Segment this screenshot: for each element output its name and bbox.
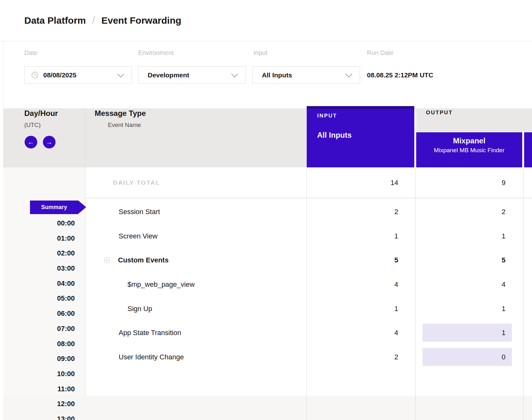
output-group-label: OUTPUT — [426, 110, 453, 116]
message-type-header: Message Type — [95, 109, 146, 118]
hour-slot[interactable]: 13:00 — [19, 415, 75, 420]
hour-slot[interactable]: 01:00 — [19, 234, 75, 243]
input-count: 1 — [306, 297, 398, 321]
page-title: Event Forwarding — [101, 15, 181, 26]
output-count-highlighted: 1 — [423, 324, 512, 342]
environment-value: Development — [148, 71, 189, 79]
run-date-value: 08.08.25 2:12PM UTC — [367, 66, 433, 84]
chevron-down-icon — [117, 71, 124, 77]
input-count: 4 — [306, 321, 398, 345]
input-count: 2 — [306, 345, 398, 369]
day-hour-header: Day/Hour — [24, 109, 58, 118]
hour-slot[interactable]: 03:00 — [19, 264, 75, 273]
hour-slot[interactable]: 02:00 — [19, 249, 75, 257]
input-count: 2 — [306, 200, 398, 224]
daily-total-output-value: 9 — [423, 174, 512, 192]
column-gap — [414, 106, 416, 167]
minus-icon: − — [106, 258, 108, 262]
event-name: Session Start — [119, 200, 160, 224]
table-row: App State Transition 4 1 — [85, 321, 532, 345]
input-column-selected-stripe — [307, 106, 414, 109]
clock-icon — [31, 71, 38, 79]
previous-day-button[interactable]: ← — [25, 136, 37, 148]
daily-total-row: DAILY TOTAL 14 9 — [85, 167, 532, 198]
output-count: 1 — [423, 227, 512, 245]
daily-total-input-value: 14 — [306, 167, 398, 198]
hour-slot[interactable]: 08:00 — [19, 340, 75, 348]
summary-badge-arrow — [78, 201, 86, 214]
table-row: Screen View 1 1 — [85, 224, 532, 248]
output-count: 5 — [423, 251, 512, 269]
output-column-subtitle: Mixpanel MB Music Finder — [416, 147, 522, 154]
daily-total-label: DAILY TOTAL — [113, 167, 160, 198]
input-filter-label: Input — [253, 49, 267, 57]
output-count: 2 — [423, 203, 512, 221]
output-column-header-mixpanel[interactable]: Mixpanel Mixpanel MB Music Finder — [416, 132, 522, 167]
hour-slot[interactable]: 12:00 — [19, 400, 75, 408]
input-value: All Inputs — [262, 71, 292, 79]
hour-slot[interactable]: 10:00 — [19, 370, 75, 378]
environment-filter-label: Environment — [138, 49, 174, 57]
summary-badge-label: Summary — [41, 204, 67, 211]
input-count: 1 — [306, 224, 398, 248]
table-row: $mp_web_page_view 4 4 — [85, 272, 532, 297]
input-count: 4 — [306, 272, 398, 297]
daily-total-divider — [85, 198, 532, 198]
table-row: User Identity Change 2 0 — [85, 345, 532, 369]
date-filter-label: Date — [24, 49, 38, 57]
hour-slot[interactable]: 09:00 — [19, 355, 75, 363]
arrow-right-icon: → — [46, 138, 53, 146]
event-name: $mp_web_page_view — [127, 272, 195, 297]
output-count-highlighted: 0 — [423, 348, 512, 366]
column-gap — [522, 132, 524, 167]
breadcrumb-section[interactable]: Data Platform — [24, 15, 86, 26]
input-dropdown[interactable]: All Inputs — [252, 66, 360, 84]
top-bar: Data Platform / Event Forwarding — [0, 0, 532, 41]
input-group-label: INPUT — [317, 113, 337, 119]
output-column-header-next-partial[interactable] — [524, 132, 532, 167]
output-count: 4 — [423, 275, 512, 293]
table-row: Sign Up 1 1 — [85, 297, 532, 321]
collapse-toggle[interactable]: − — [104, 257, 109, 263]
input-count: 5 — [306, 248, 398, 272]
hour-slot[interactable]: 04:00 — [19, 279, 75, 288]
event-forwarding-page: Data Platform / Event Forwarding Date En… — [0, 0, 532, 420]
breadcrumb-separator: / — [92, 14, 95, 26]
hour-slot[interactable]: 05:00 — [19, 294, 75, 303]
summary-badge[interactable]: Summary — [30, 201, 78, 214]
event-group-name: Custom Events — [118, 248, 168, 272]
output-count: 1 — [423, 300, 512, 318]
run-date-label: Run Date — [367, 49, 394, 57]
next-day-button[interactable]: → — [43, 136, 56, 148]
event-name: User Identity Change — [119, 345, 184, 369]
chevron-down-icon — [231, 71, 238, 77]
hour-slot[interactable]: 00:00 — [19, 219, 75, 227]
table-row: Session Start 2 2 — [85, 200, 532, 224]
hour-slot[interactable]: 06:00 — [19, 309, 75, 318]
hour-slot[interactable]: 07:00 — [19, 325, 75, 333]
day-hour-subheader: (UTC) — [24, 122, 41, 129]
input-column-header[interactable]: INPUT All Inputs — [307, 106, 414, 167]
breadcrumb: Data Platform / Event Forwarding — [24, 0, 181, 41]
table-row: − Custom Events 5 5 — [85, 248, 532, 272]
environment-dropdown[interactable]: Development — [138, 66, 246, 84]
event-name: Screen View — [119, 224, 157, 248]
event-name: Sign Up — [127, 297, 152, 321]
output-column-name: Mixpanel — [416, 136, 522, 145]
arrow-left-icon: ← — [28, 138, 34, 146]
event-name: App State Transition — [119, 321, 181, 345]
input-column-name: All Inputs — [317, 131, 352, 140]
chevron-down-icon — [346, 71, 352, 77]
empty-bottom-zone — [3, 396, 532, 420]
event-name-subheader: Event Name — [108, 122, 141, 129]
date-dropdown[interactable]: 08/08/2025 — [24, 66, 132, 84]
date-value: 08/08/2025 — [43, 71, 76, 79]
hour-slot[interactable]: 11:00 — [19, 385, 75, 393]
